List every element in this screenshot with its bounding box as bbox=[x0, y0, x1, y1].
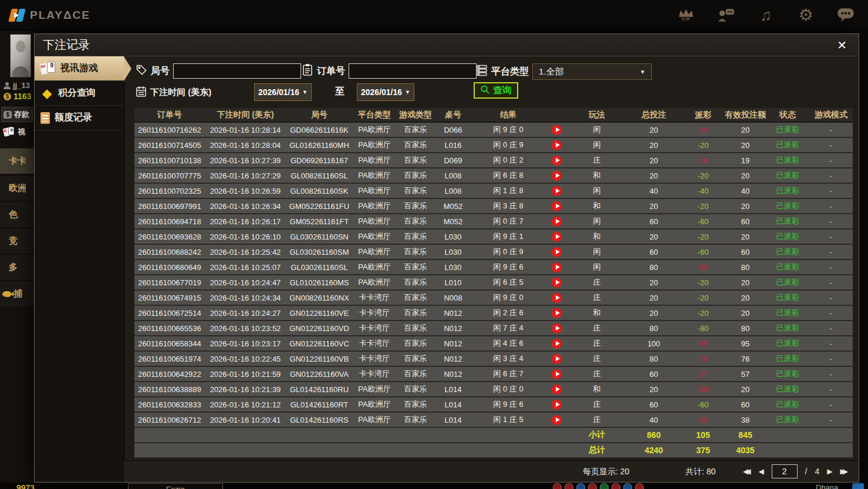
cell-bet_on: 闲 bbox=[568, 216, 626, 227]
first-page-button[interactable] bbox=[743, 468, 751, 475]
user-icon bbox=[4, 82, 11, 89]
settings-icon[interactable] bbox=[796, 5, 815, 25]
tab-quota-records[interactable]: 额度记录 bbox=[35, 106, 124, 130]
cell-order: 260116100710138 bbox=[134, 156, 205, 165]
bg-bottom-player-left: Eszie bbox=[128, 483, 223, 489]
cell-table: N012 bbox=[435, 355, 471, 363]
app-screen: PLAYΔCE VIP bbox=[0, 0, 868, 489]
cell-play bbox=[545, 277, 568, 287]
bg-video[interactable]: 视 bbox=[4, 127, 25, 137]
round-input[interactable] bbox=[173, 63, 301, 79]
bg-menu-6[interactable]: 捕 bbox=[0, 281, 34, 306]
bg-menu-4[interactable]: 竞 bbox=[0, 228, 34, 254]
replay-button[interactable] bbox=[552, 308, 562, 318]
cell-hall: PA欧洲厅 bbox=[353, 414, 396, 425]
cell-mode: - bbox=[809, 370, 853, 379]
vip-crown-icon[interactable]: VIP bbox=[677, 5, 695, 25]
table-row: 2601161006882422026-01-16 10:25:42GL0302… bbox=[134, 245, 853, 260]
next-page-button[interactable] bbox=[827, 468, 832, 475]
page-input[interactable]: 2 bbox=[772, 464, 798, 478]
cell-order: 260116100697991 bbox=[134, 202, 205, 211]
cell-status: 已派彩 bbox=[766, 399, 809, 410]
bg-video-label: 视 bbox=[18, 127, 25, 137]
header-cell: 平台类型 bbox=[353, 110, 396, 120]
customer-service-icon[interactable] bbox=[717, 5, 735, 25]
replay-button[interactable] bbox=[552, 339, 562, 349]
bg-menu-1[interactable]: 卡卡 bbox=[0, 148, 34, 174]
replay-button[interactable] bbox=[552, 323, 562, 333]
cell-result: 闲 9 庄 1 bbox=[471, 231, 545, 242]
total-count-label: 共计: 80 bbox=[685, 461, 715, 482]
date-from-picker[interactable]: 2026/01/16 bbox=[254, 83, 312, 101]
search-button[interactable]: 查询 bbox=[474, 82, 518, 99]
date-to-picker[interactable]: 2026/01/16 bbox=[357, 83, 414, 101]
replay-button[interactable] bbox=[552, 415, 562, 425]
bg-username[interactable]: jj_13 bbox=[4, 81, 30, 90]
tab-points-query[interactable]: 积分查询 bbox=[35, 81, 124, 106]
sum-cell-payout: 105 bbox=[681, 430, 725, 440]
replay-button[interactable] bbox=[552, 125, 562, 135]
bg-menu-2[interactable]: 欧洲 bbox=[0, 175, 34, 201]
replay-button[interactable] bbox=[552, 262, 562, 272]
replay-button[interactable] bbox=[552, 278, 562, 288]
cell-bet_on: 闲 bbox=[568, 186, 626, 196]
cell-status: 已派彩 bbox=[766, 292, 809, 303]
cell-order: 260116100658344 bbox=[134, 339, 205, 348]
close-icon[interactable]: ✕ bbox=[833, 39, 850, 51]
replay-button[interactable] bbox=[552, 247, 562, 257]
tab-video-games[interactable]: 视讯游戏 bbox=[35, 56, 124, 81]
cell-table: L016 bbox=[435, 141, 471, 150]
cell-payout: -20 bbox=[681, 232, 725, 241]
per-page-label: 每页显示: 20 bbox=[583, 461, 629, 482]
cell-result: 闲 9 庄 0 bbox=[471, 124, 545, 135]
modal-sidebar: 视讯游戏积分查询额度记录 bbox=[35, 56, 124, 482]
replay-button[interactable] bbox=[552, 385, 562, 394]
table-row: 2601161006583442026-01-16 10:23:17GN0122… bbox=[134, 336, 853, 352]
replay-button[interactable] bbox=[552, 156, 562, 166]
cell-round: GL014261160RU bbox=[286, 385, 353, 394]
coin-icon bbox=[4, 93, 11, 100]
last-page-button[interactable] bbox=[840, 468, 848, 475]
cell-mode: - bbox=[809, 400, 853, 409]
replay-button[interactable] bbox=[552, 217, 562, 227]
cell-result: 闲 6 庄 8 bbox=[471, 170, 545, 181]
cell-bet_on: 和 bbox=[568, 231, 626, 242]
bg-avatar[interactable] bbox=[10, 34, 31, 77]
prev-page-button[interactable] bbox=[758, 468, 764, 475]
replay-button[interactable] bbox=[552, 369, 562, 379]
replay-button[interactable] bbox=[552, 171, 562, 181]
bg-menu-3[interactable]: 色 bbox=[0, 201, 34, 227]
cell-order: 260116100714505 bbox=[134, 141, 205, 150]
cell-game: 百家乐 bbox=[396, 338, 435, 349]
modal-title: 下注记录 bbox=[43, 37, 90, 53]
replay-button[interactable] bbox=[552, 201, 562, 211]
cell-bet_on: 庄 bbox=[568, 323, 626, 333]
replay-button[interactable] bbox=[552, 354, 562, 364]
platform-select[interactable]: 1.全部 bbox=[532, 63, 652, 80]
cell-hall: 卡卡湾厅 bbox=[353, 338, 396, 349]
table-row: 2601161006936282026-01-16 10:26:10GL0302… bbox=[134, 230, 853, 245]
bg-deposit[interactable]: 存款 bbox=[1, 107, 33, 122]
chat-icon[interactable] bbox=[836, 5, 855, 25]
date-range-separator: 至 bbox=[335, 86, 345, 98]
replay-button[interactable] bbox=[552, 400, 562, 410]
cell-status: 已派彩 bbox=[766, 186, 809, 196]
replay-button[interactable] bbox=[552, 140, 562, 150]
cell-order: 260116100665536 bbox=[134, 324, 205, 333]
playace-logo[interactable]: PLAYΔCE bbox=[9, 8, 90, 23]
table-row: 2601161006749152026-01-16 10:24:34GN0082… bbox=[134, 291, 853, 306]
cell-total: 20 bbox=[626, 309, 681, 318]
order-input[interactable] bbox=[349, 63, 477, 79]
music-icon[interactable] bbox=[756, 5, 775, 25]
cell-hall: PA欧洲厅 bbox=[353, 216, 396, 227]
bg-balance[interactable]: 1163 bbox=[4, 92, 31, 101]
replay-button[interactable] bbox=[552, 232, 562, 242]
replay-button[interactable] bbox=[552, 186, 562, 196]
bg-menu-5[interactable]: 多 bbox=[0, 254, 34, 280]
playace-logo-icon bbox=[9, 8, 25, 23]
replay-button[interactable] bbox=[552, 293, 562, 303]
cell-bet_on: 庄 bbox=[568, 399, 626, 410]
cell-game: 百家乐 bbox=[396, 384, 435, 394]
cell-table: L008 bbox=[435, 187, 471, 195]
cell-valid: 60 bbox=[725, 248, 766, 257]
